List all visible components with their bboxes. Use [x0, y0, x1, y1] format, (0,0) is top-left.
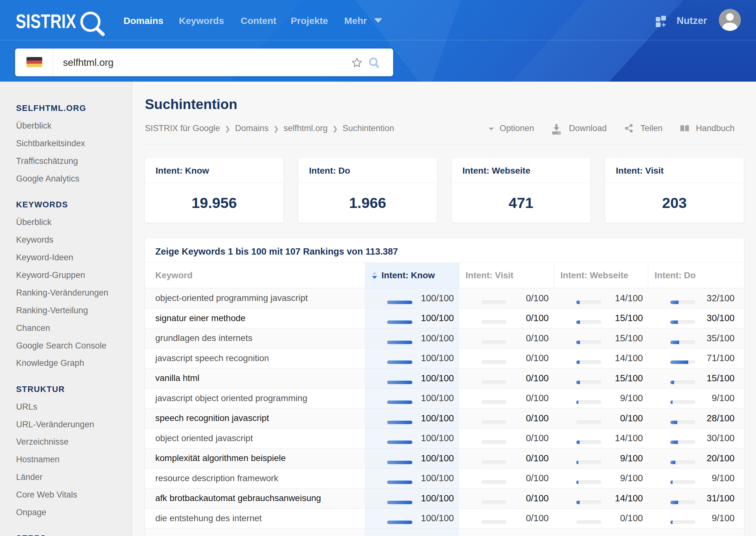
svg-text:SISTRIX: SISTRIX [16, 10, 76, 32]
